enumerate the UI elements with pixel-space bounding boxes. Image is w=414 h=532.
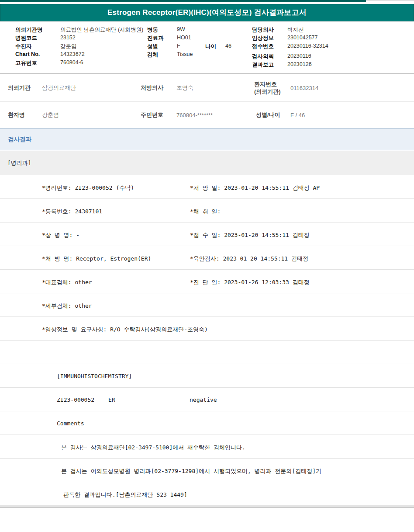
- receipt-date: *접 수 일: 2023-01-20 14:55:11 김태정: [190, 231, 310, 239]
- value-clinical-info: 2301042577: [287, 35, 318, 41]
- comment-row: 판독한 결과입니다.[남촌의료재단 S23-1449]: [0, 482, 414, 506]
- top-teal-strip: [0, 0, 366, 2]
- detail-specimen: *세부검체: other: [42, 302, 92, 310]
- value-sex-age: F / 46: [290, 112, 305, 118]
- value-sex: F: [177, 43, 180, 49]
- value-patient-no: 011632314: [290, 84, 318, 91]
- label-prescribing-doctor: 처방의사: [141, 84, 163, 92]
- comment-line-3: 판독한 결과입니다.[남촌의료재단 S23-1449]: [63, 491, 187, 499]
- gross-exam-date: *육안검사: 2023-01-20 14:55:11 김태정: [190, 255, 308, 263]
- pathology-no: *병리번호: ZI23-000052 (수탁): [42, 184, 134, 192]
- value-referring-org: 삼광의료재단: [42, 84, 76, 92]
- pathology-row: *등록번호: 24307101 *채 취 일:: [0, 199, 414, 223]
- value-specimen: Tissue: [177, 51, 193, 57]
- label-patient-no: 환자번호: [254, 81, 277, 87]
- report-page: Estrogen Receptor(ER)(IHC)(여의도성모) 검사결과보고…: [0, 0, 414, 532]
- ihc-result-row: ZI23-000052 ER negative: [0, 388, 414, 411]
- comment-line-2: 본 검사는 여의도성모병원 병리과[02-3779-1298]에서 시행되었으며…: [61, 467, 321, 475]
- label-hospital-code: 병원코드: [15, 35, 37, 42]
- label-sex: 성별: [147, 43, 158, 50]
- result-rows: *병리번호: ZI23-000052 (수탁) *처 방 일: 2023-01-…: [0, 175, 414, 506]
- value-receipt-no: 20230116-32314: [287, 43, 328, 49]
- patient-name-row: 환자명 강춘염 주민번호 760804-******* 성별/나이 F / 46: [0, 102, 414, 128]
- label-chart-no: Chart No.: [15, 51, 40, 57]
- value-attending-doctor: 박지선: [287, 26, 304, 34]
- comments-header-row: Comments: [0, 411, 414, 435]
- disease-name: *상 병 명: -: [42, 231, 79, 239]
- label-clinical-info: 임상정보: [252, 35, 274, 42]
- department-name: [병리과]: [7, 159, 31, 167]
- comment-row: 본 검사는 여의도성모병원 병리과[02-3779-1298]에서 시행되었으며…: [0, 459, 414, 482]
- label-result-report-date: 결과보고: [252, 61, 274, 69]
- label-sex-age: 성별/나이: [256, 111, 280, 119]
- clinical-info-request: *임상정보 및 요구사항: R/O 수탁검사(삼광의료재단-조영숙): [42, 326, 208, 334]
- comment-row: 본 검사는 삼광의료재단[02-3497-5100]에서 재수탁한 검체입니다.: [0, 435, 414, 459]
- collection-date: *채 취 일:: [190, 208, 221, 216]
- label-resident-no: 주민번호: [141, 111, 163, 119]
- value-department: HO01: [177, 35, 191, 41]
- pathology-row: *세부검체: other: [0, 293, 414, 317]
- pathology-row: *병리번호: ZI23-000052 (수탁) *처 방 일: 2023-01-…: [0, 175, 414, 199]
- value-ward: 9W: [177, 26, 185, 32]
- ihc-specimen-id: ZI23-000052: [57, 396, 94, 403]
- report-title-bar: Estrogen Receptor(ER)(IHC)(여의도성모) 검사결과보고…: [0, 4, 414, 21]
- comment-line-1: 본 검사는 삼광의료재단[02-3497-5100]에서 재수탁한 검체입니다.: [61, 444, 245, 452]
- value-resident-no: 760804-*******: [176, 112, 213, 118]
- label-receipt-no: 접수번호: [252, 43, 274, 50]
- label-referring-org-name: 의뢰기관명: [15, 26, 43, 34]
- label-specimen: 검체: [147, 51, 158, 59]
- empty-row: [0, 341, 414, 364]
- value-hospital-code: 23152: [60, 35, 76, 41]
- label-examinee: 수진자: [15, 43, 32, 50]
- pathology-row: *처 방 명: Receptor, Estrogen(ER) *육안검사: 20…: [0, 246, 414, 270]
- bottom-strip: [0, 506, 414, 508]
- ihc-header-row: [IMMUNOHISTOCHEMISTRY]: [0, 364, 414, 388]
- representative-specimen: *대표검체: other: [42, 278, 92, 286]
- test-results-section-title: 검사결과: [8, 136, 31, 143]
- label-patient-no-referring-org: 환자번호(의뢰기관): [254, 80, 281, 95]
- value-prescribing-doctor: 조영숙: [176, 84, 193, 92]
- label-patient-no-sub: (의뢰기관): [254, 88, 281, 95]
- value-result-report-date: 20230126: [287, 61, 312, 67]
- label-department: 진료과: [147, 35, 164, 42]
- ihc-result-value: negative: [190, 396, 217, 403]
- report-title: Estrogen Receptor(ER)(IHC)(여의도성모) 검사결과보고…: [0, 4, 414, 21]
- comments-label: Comments: [57, 420, 84, 427]
- label-unique-no: 고유번호: [15, 59, 37, 67]
- pathology-row: *임상정보 및 요구사항: R/O 수탁검사(삼광의료재단-조영숙): [0, 317, 414, 341]
- referring-org-row: 의뢰기관 삼광의료재단 처방의사 조영숙 환자번호(의뢰기관) 01163231…: [0, 74, 414, 102]
- label-ward: 병동: [147, 26, 158, 34]
- registration-no: *등록번호: 24307101: [42, 208, 102, 216]
- value-referring-org-name: 의료법인 남촌의료재단 (시화병원): [60, 26, 143, 34]
- value-unique-no: 760804-6: [60, 59, 83, 66]
- value-test-request-date: 20230116: [287, 53, 311, 59]
- diagnosis-date: *진 단 일: 2023-01-26 12:03:33 김태정: [190, 278, 310, 286]
- test-results-section-bar: 검사결과: [0, 128, 414, 150]
- ihc-section-header: [IMMUNOHISTOCHEMISTRY]: [57, 373, 132, 379]
- label-age: 나이: [205, 43, 216, 50]
- department-bar: [병리과]: [0, 151, 414, 175]
- prescription-date: *처 방 일: 2023-01-20 14:55:11 김태정 AP: [190, 184, 320, 192]
- label-test-request-date: 검사의뢰: [252, 53, 274, 60]
- pathology-row: *대표검체: other *진 단 일: 2023-01-26 12:03:33…: [0, 270, 414, 293]
- value-examinee: 강춘염: [60, 43, 77, 50]
- prescription-name: *처 방 명: Receptor, Estrogen(ER): [42, 255, 151, 263]
- label-referring-org: 의뢰기관: [8, 84, 31, 92]
- value-age: 46: [225, 43, 231, 49]
- pathology-row: *상 병 명: - *접 수 일: 2023-01-20 14:55:11 김태…: [0, 223, 414, 246]
- ihc-test-name: ER: [108, 396, 115, 403]
- value-chart-no: 14323672: [60, 51, 85, 57]
- label-patient-name: 환자명: [8, 111, 25, 119]
- value-patient-name: 강춘염: [42, 111, 59, 119]
- label-attending-doctor: 담당의사: [252, 26, 274, 34]
